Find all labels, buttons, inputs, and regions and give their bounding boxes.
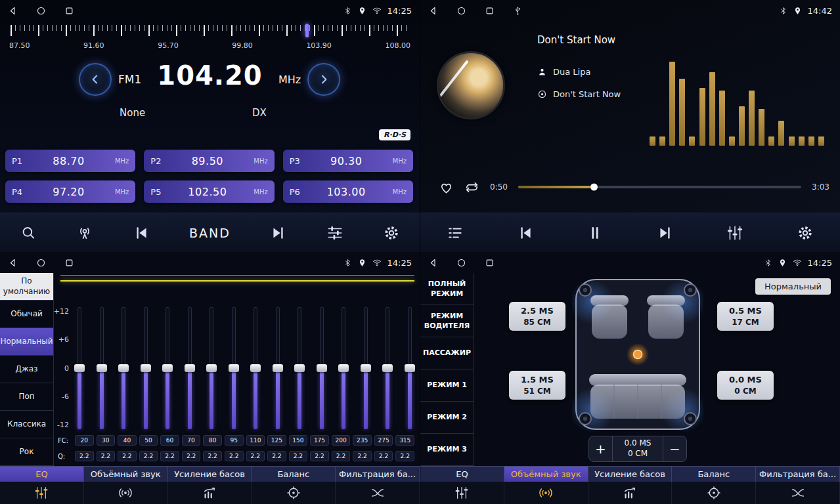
eq-slider-handle[interactable] [294, 364, 305, 372]
nav-recents-icon[interactable] [485, 6, 495, 16]
mode-full[interactable]: ПОЛНЫЙ РЕЖИМ [420, 273, 474, 305]
nav-recents-icon[interactable] [64, 6, 74, 16]
q-value[interactable]: 2.2 [246, 451, 265, 461]
eq-slider-handle[interactable] [338, 364, 349, 372]
mode-2[interactable]: РЕЖИМ 2 [420, 402, 474, 434]
preset-p5[interactable]: P5 102.50 MHz [144, 180, 274, 203]
eq-band-slider[interactable] [382, 307, 393, 429]
fc-value[interactable]: 80 [203, 435, 222, 446]
eq-slider-handle[interactable] [206, 364, 217, 372]
eq-band-slider[interactable] [250, 307, 261, 429]
nav-back-icon[interactable] [428, 6, 438, 16]
delay-rear-right[interactable]: 0.0 MS 0 CM [717, 371, 774, 400]
fc-value[interactable]: 315 [395, 435, 414, 446]
progress-bar[interactable] [518, 186, 801, 188]
eq-preset-rock[interactable]: Рок [0, 438, 53, 466]
playlist-icon[interactable] [447, 224, 464, 242]
preset-p2[interactable]: P2 89.50 MHz [144, 150, 274, 172]
settings-gear-icon[interactable] [383, 224, 400, 242]
tab-balance[interactable]: Баланс [672, 467, 756, 482]
fc-value[interactable]: 200 [332, 435, 351, 446]
next-track-icon[interactable] [657, 224, 674, 242]
tab-bass-boost[interactable]: Усиление басов [588, 467, 673, 482]
eq-slider-handle[interactable] [229, 364, 239, 372]
next-station-icon[interactable] [270, 224, 287, 242]
eq-band-slider[interactable] [96, 307, 108, 429]
preset-p3[interactable]: P3 90.30 MHz [283, 150, 413, 172]
eq-preset-custom[interactable]: Обычай [0, 301, 53, 328]
fc-value[interactable]: 125 [267, 435, 286, 446]
fc-value[interactable]: 50 [139, 435, 158, 446]
mode-passenger[interactable]: ПАССАЖИР [420, 337, 474, 369]
eq-band-slider[interactable] [184, 307, 196, 429]
eq-slider-handle[interactable] [317, 364, 327, 372]
repeat-icon[interactable] [464, 180, 479, 195]
eq-band-slider[interactable] [404, 307, 416, 429]
surround-tab-icon[interactable] [504, 482, 588, 504]
tab-bass-boost[interactable]: Усиление басов [168, 467, 252, 482]
frequency-ruler[interactable] [11, 25, 409, 37]
equalizer-icon[interactable] [726, 224, 743, 242]
eq-preset-normal[interactable]: Нормальный [0, 328, 53, 356]
fc-value[interactable]: 235 [353, 435, 372, 446]
eq-band-slider[interactable] [206, 307, 217, 429]
tab-surround[interactable]: Объёмный звук [84, 467, 168, 482]
delay-rear-left[interactable]: 1.5 MS 51 CM [509, 371, 565, 400]
nav-home-icon[interactable] [456, 6, 466, 16]
nav-home-icon[interactable] [36, 258, 46, 268]
tab-eq[interactable]: EQ [420, 467, 504, 482]
q-value[interactable]: 2.2 [139, 451, 158, 461]
balance-tab-icon[interactable] [252, 482, 336, 504]
nav-home-icon[interactable] [456, 258, 466, 268]
filter-tab-icon[interactable] [756, 482, 840, 504]
fc-value[interactable]: 60 [160, 435, 179, 446]
broadcast-icon[interactable] [76, 224, 93, 242]
eq-tab-icon[interactable] [0, 482, 84, 504]
mode-driver[interactable]: РЕЖИМ ВОДИТЕЛЯ [420, 305, 474, 337]
progress-thumb[interactable] [590, 184, 598, 191]
eq-band-slider[interactable] [74, 307, 85, 429]
mode-3[interactable]: РЕЖИМ 3 [420, 434, 474, 466]
eq-preset-pop[interactable]: Поп [0, 383, 53, 411]
q-value[interactable]: 2.2 [203, 451, 222, 461]
eq-band-slider[interactable] [118, 307, 129, 429]
eq-band-slider[interactable] [316, 307, 328, 429]
eq-tab-icon[interactable] [420, 482, 504, 504]
fc-value[interactable]: 20 [75, 435, 94, 446]
delay-front-right[interactable]: 0.5 MS 17 CM [717, 302, 774, 331]
eq-slider-handle[interactable] [185, 364, 195, 372]
mode-1[interactable]: РЕЖИМ 1 [420, 369, 474, 402]
bass-boost-tab-icon[interactable] [588, 482, 673, 504]
preset-p6[interactable]: P6 103.00 MHz [283, 180, 413, 203]
eq-slider-handle[interactable] [162, 364, 173, 372]
eq-slider-handle[interactable] [382, 364, 393, 372]
eq-band-slider[interactable] [228, 307, 240, 429]
settings-gear-icon[interactable] [797, 224, 814, 242]
band-button[interactable]: BAND [189, 226, 231, 240]
fc-value[interactable]: 150 [289, 435, 308, 446]
fc-value[interactable]: 70 [182, 435, 201, 446]
eq-slider-handle[interactable] [97, 364, 107, 372]
eq-preset-jazz[interactable]: Джаз [0, 356, 53, 383]
eq-slider-handle[interactable] [250, 364, 261, 372]
q-value[interactable]: 2.2 [182, 451, 201, 461]
q-value[interactable]: 2.2 [395, 451, 414, 461]
preset-p4[interactable]: P4 97.20 MHz [5, 180, 135, 203]
eq-slider-handle[interactable] [361, 364, 371, 372]
balance-tab-icon[interactable] [672, 482, 756, 504]
q-value[interactable]: 2.2 [310, 451, 329, 461]
q-value[interactable]: 2.2 [332, 451, 351, 461]
nav-back-icon[interactable] [428, 258, 438, 268]
surround-tab-icon[interactable] [84, 482, 168, 504]
eq-band-slider[interactable] [360, 307, 372, 429]
bass-boost-tab-icon[interactable] [168, 482, 252, 504]
fc-value[interactable]: 95 [225, 435, 244, 446]
eq-slider-handle[interactable] [273, 364, 283, 372]
favorite-heart-icon[interactable] [439, 180, 454, 195]
eq-band-slider[interactable] [140, 307, 152, 429]
scan-icon[interactable] [20, 224, 37, 242]
eq-band-slider[interactable] [162, 307, 173, 429]
tab-filter[interactable]: Фильтрация ба... [756, 467, 840, 482]
equalizer-icon[interactable] [326, 224, 343, 242]
eq-slider-handle[interactable] [118, 364, 129, 372]
